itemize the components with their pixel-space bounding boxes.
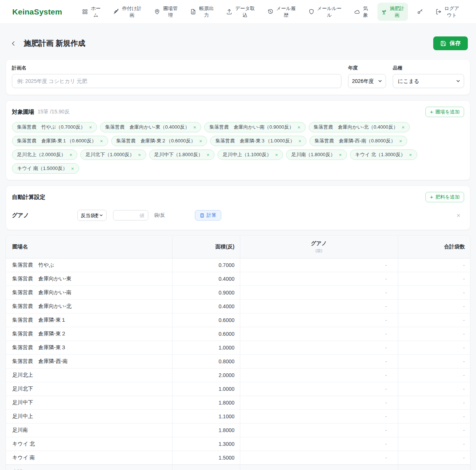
cell-area: 1.3000 bbox=[172, 437, 240, 451]
nav-item-logout[interactable]: ログアウト bbox=[432, 3, 463, 20]
app-logo: KeinaSystem bbox=[12, 7, 62, 16]
remove-tag-icon[interactable] bbox=[409, 152, 412, 157]
remove-tag-icon[interactable] bbox=[71, 166, 74, 171]
nav-item-field-management[interactable]: 圃場管理 bbox=[151, 3, 181, 20]
remove-fertilizer-icon[interactable] bbox=[457, 212, 460, 219]
field-tag: 集落営農 倉庫隣-東２（0.6000反） bbox=[111, 136, 208, 146]
variety-field-group: 品種 にこまる bbox=[393, 65, 464, 88]
remove-tag-icon[interactable] bbox=[275, 152, 278, 157]
cell-area: 1.0000 bbox=[172, 341, 240, 355]
remove-tag-icon[interactable] bbox=[199, 139, 202, 144]
plan-name-field-group: 計画名 bbox=[12, 65, 341, 88]
calculate-button[interactable]: 計算 bbox=[195, 210, 221, 220]
field-tag: 集落営農 倉庫隣-西-南（0.8000反） bbox=[309, 136, 407, 146]
remove-tag-icon[interactable] bbox=[298, 139, 301, 144]
cell-field-name: 足川南 bbox=[6, 424, 172, 437]
calc-value-input[interactable] bbox=[113, 210, 148, 220]
nav-item-report-output[interactable]: 帳票出力 bbox=[187, 3, 217, 20]
fields-table-card: 圃場名 面積(反) グアノ (袋) 合計袋数 集落営農 竹やぶ 0.7000 -… bbox=[6, 236, 470, 470]
remove-tag-icon[interactable] bbox=[193, 125, 196, 130]
key-icon bbox=[417, 9, 423, 15]
field-tag-label: 集落営農 竹やぶ（0.7000反） bbox=[17, 124, 85, 131]
history-icon bbox=[267, 9, 274, 15]
field-tag: 集落営農 倉庫隣-東１（0.6000反） bbox=[12, 136, 108, 146]
calc-mode-select[interactable]: 反当袋数 bbox=[77, 210, 107, 221]
cell-fertilizer: - bbox=[240, 286, 398, 300]
header-fertilizer: グアノ (袋) bbox=[240, 236, 398, 258]
remove-tag-icon[interactable] bbox=[89, 125, 92, 130]
field-tag-label: 足川中下（1.8000反） bbox=[154, 151, 203, 158]
field-tag-label: 集落営農 倉庫隣-東１（0.6000反） bbox=[17, 138, 96, 144]
table-body: 集落営農 竹やぶ 0.7000 - - 集落営農 倉庫向かい-東 0.4000 … bbox=[6, 258, 470, 465]
header-fertilizer-unit: (袋) bbox=[245, 248, 393, 254]
cell-fertilizer: - bbox=[240, 437, 398, 451]
table-row: 集落営農 倉庫隣-西-南 0.8000 - - bbox=[6, 355, 470, 368]
remove-tag-icon[interactable] bbox=[402, 125, 405, 130]
nav-item-planting-plan[interactable]: 作付け計画 bbox=[110, 3, 145, 20]
nav-item-home[interactable]: ホーム bbox=[78, 3, 104, 20]
nav-label: メール履歴 bbox=[276, 5, 296, 18]
top-navigation: KeinaSystem ホーム 作付け計画 圃場管理 帳票出力 データ取込 メー… bbox=[0, 0, 476, 24]
nav-item-mail-history[interactable]: メール履歴 bbox=[264, 3, 299, 20]
remove-tag-icon[interactable] bbox=[100, 139, 103, 144]
remove-tag-icon[interactable] bbox=[399, 139, 402, 144]
year-select[interactable]: 2026年度 bbox=[348, 74, 386, 88]
document-icon bbox=[190, 9, 196, 15]
remove-tag-icon[interactable] bbox=[206, 152, 209, 157]
cell-field-name: 集落営農 倉庫隣-東１ bbox=[6, 313, 172, 327]
wheat-icon bbox=[113, 9, 119, 15]
nav-item-weather[interactable]: 気象 bbox=[351, 3, 372, 20]
nav-label: 作付け計画 bbox=[122, 5, 142, 18]
plan-name-input[interactable] bbox=[12, 74, 341, 88]
variety-select[interactable]: にこまる bbox=[393, 74, 464, 88]
cell-area: 2.0000 bbox=[172, 368, 240, 382]
cell-fertilizer: - bbox=[240, 300, 398, 313]
remove-tag-icon[interactable] bbox=[298, 125, 300, 130]
field-tag-label: 集落営農 倉庫隣-東２（0.6000反） bbox=[116, 138, 196, 144]
year-field-group: 年度 2026年度 bbox=[348, 65, 386, 88]
nav-item-data-import[interactable]: データ取込 bbox=[223, 3, 258, 20]
remove-tag-icon[interactable] bbox=[138, 152, 141, 157]
cell-total: - bbox=[398, 272, 470, 286]
nav-label: ログアウト bbox=[444, 5, 459, 18]
remove-tag-icon[interactable] bbox=[339, 152, 342, 157]
cell-total: - bbox=[398, 410, 470, 424]
total-row-label: 合計 bbox=[6, 465, 172, 470]
table-row: 集落営農 竹やぶ 0.7000 - - bbox=[6, 258, 470, 272]
cell-field-name: 足川中上 bbox=[6, 410, 172, 424]
add-fertilizer-button[interactable]: 肥料を追加 bbox=[425, 192, 464, 202]
plan-name-label: 計画名 bbox=[12, 65, 341, 71]
field-tag: 集落営農 竹やぶ（0.7000反） bbox=[12, 122, 97, 132]
field-tag-label: キウイ 南（1.5000反） bbox=[17, 165, 67, 172]
table-row: 足川中下 1.8000 - - bbox=[6, 396, 470, 410]
upload-icon bbox=[226, 9, 232, 15]
main-content: 施肥計画 新規作成 保存 計画名 年度 2026年度 品種 bbox=[0, 36, 476, 470]
nav-label: 気象 bbox=[363, 5, 369, 18]
back-button[interactable] bbox=[8, 38, 19, 49]
calc-unit-label: 袋/反 bbox=[154, 212, 165, 219]
cell-fertilizer: - bbox=[240, 355, 398, 368]
nav-label: データ取込 bbox=[235, 5, 255, 18]
cell-total: - bbox=[398, 382, 470, 396]
table-row: キウイ 北 1.3000 - - bbox=[6, 437, 470, 451]
field-tag-label: 足川南（1.8000反） bbox=[291, 151, 335, 158]
cell-total: - bbox=[398, 437, 470, 451]
save-button[interactable]: 保存 bbox=[433, 36, 468, 50]
nav-item-mail-rules[interactable]: メールルール bbox=[305, 3, 345, 20]
cell-fertilizer: - bbox=[240, 424, 398, 437]
map-pin-icon bbox=[154, 9, 160, 15]
nav-item-fertilization-plan[interactable]: 施肥計画 bbox=[377, 3, 408, 20]
nav-item-key[interactable] bbox=[414, 6, 427, 17]
remove-tag-icon[interactable] bbox=[70, 152, 73, 157]
page-title: 施肥計画 新規作成 bbox=[24, 38, 86, 48]
field-tag: 足川北下（1.0000反） bbox=[80, 149, 146, 160]
table-row: 足川北下 1.0000 - - bbox=[6, 382, 470, 396]
header-field-name: 圃場名 bbox=[6, 236, 172, 258]
fertilizer-name: グアノ bbox=[12, 212, 77, 219]
cell-total: - bbox=[398, 451, 470, 465]
table-row: 集落営農 倉庫隣-東１ 0.6000 - - bbox=[6, 313, 470, 327]
table-row: 集落営農 倉庫隣-東３ 1.0000 - - bbox=[6, 341, 470, 355]
field-tag-label: 集落営農 倉庫向かい-東（0.4000反） bbox=[105, 124, 190, 131]
cell-total: - bbox=[398, 355, 470, 368]
add-field-button[interactable]: 圃場を追加 bbox=[425, 107, 464, 117]
